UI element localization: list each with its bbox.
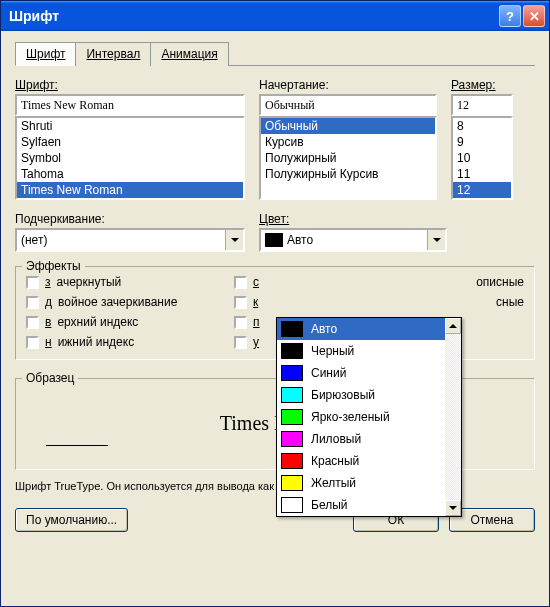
color-option[interactable]: Белый: [277, 494, 445, 516]
list-item[interactable]: Tahoma: [17, 166, 243, 182]
list-item[interactable]: Курсив: [261, 134, 435, 150]
color-swatch-icon: [281, 365, 303, 381]
sample-underline-icon: [46, 445, 108, 446]
effect-checkbox[interactable]: п: [234, 315, 260, 329]
color-option[interactable]: Ярко-зеленый: [277, 406, 445, 428]
titlebar: Шрифт ? ✕: [1, 1, 549, 31]
list-item[interactable]: 11: [453, 166, 511, 182]
checkbox-icon: [26, 276, 39, 289]
underline-value: (нет): [17, 230, 225, 250]
tab-strip: Шрифт Интервал Анимация: [15, 41, 535, 66]
size-label: Размер:: [451, 78, 513, 92]
checkbox-icon: [234, 276, 247, 289]
scroll-track[interactable]: [445, 334, 461, 500]
color-swatch-icon: [281, 343, 303, 359]
font-dialog-window: Шрифт ? ✕ Шрифт Интервал Анимация Шрифт:…: [0, 0, 550, 607]
color-label: Цвет:: [259, 212, 447, 226]
tab-interval[interactable]: Интервал: [75, 42, 151, 66]
color-option[interactable]: Черный: [277, 340, 445, 362]
effect-checkbox[interactable]: нижний индекс: [26, 335, 226, 349]
color-swatch-icon: [281, 475, 303, 491]
effect-checkbox[interactable]: у: [234, 335, 260, 349]
color-swatch-icon: [281, 387, 303, 403]
color-swatch-icon: [281, 321, 303, 337]
underline-label: Подчеркивание:: [15, 212, 245, 226]
underline-combo[interactable]: (нет): [15, 228, 245, 252]
list-item[interactable]: 12: [453, 182, 511, 198]
color-value: Авто: [261, 230, 427, 250]
color-dropdown-popup[interactable]: АвтоЧерныйСинийБирюзовыйЯрко-зеленыйЛило…: [276, 317, 462, 517]
list-item[interactable]: Полужирный: [261, 150, 435, 166]
color-combo[interactable]: Авто: [259, 228, 447, 252]
checkbox-icon: [26, 316, 39, 329]
tab-animation[interactable]: Анимация: [150, 42, 228, 66]
checkbox-icon: [234, 336, 247, 349]
style-input[interactable]: [259, 94, 437, 116]
font-input[interactable]: [15, 94, 245, 116]
window-title: Шрифт: [9, 8, 499, 24]
color-swatch-icon: [281, 431, 303, 447]
scroll-down-icon[interactable]: [445, 500, 461, 516]
style-label: Начертание:: [259, 78, 437, 92]
chevron-down-icon[interactable]: [225, 230, 243, 250]
font-label: Шрифт:: [15, 78, 245, 92]
color-swatch-icon: [265, 233, 283, 247]
default-button[interactable]: По умолчанию...: [15, 508, 128, 532]
list-item[interactable]: 10: [453, 150, 511, 166]
checkbox-icon: [234, 316, 247, 329]
checkbox-icon: [234, 296, 247, 309]
list-item[interactable]: Times New Roman: [17, 182, 243, 198]
color-option-label: Лиловый: [311, 432, 361, 446]
color-option-label: Ярко-зеленый: [311, 410, 390, 424]
color-swatch-icon: [281, 453, 303, 469]
color-option[interactable]: Желтый: [277, 472, 445, 494]
color-option-label: Желтый: [311, 476, 356, 490]
color-option[interactable]: Лиловый: [277, 428, 445, 450]
size-listbox[interactable]: 89101112: [451, 116, 513, 200]
sample-title: Образец: [22, 371, 78, 385]
color-swatch-icon: [281, 409, 303, 425]
color-option[interactable]: Бирюзовый: [277, 384, 445, 406]
color-option-label: Белый: [311, 498, 347, 512]
effect-partial-label: сные: [496, 295, 524, 309]
font-listbox[interactable]: ShrutiSylfaenSymbolTahomaTimes New Roman: [15, 116, 245, 200]
list-item[interactable]: Symbol: [17, 150, 243, 166]
effect-checkbox[interactable]: двойное зачеркивание: [26, 295, 226, 309]
checkbox-icon: [26, 296, 39, 309]
close-button[interactable]: ✕: [523, 5, 545, 27]
effect-partial-label: описные: [476, 275, 524, 289]
color-option[interactable]: Красный: [277, 450, 445, 472]
list-item[interactable]: 8: [453, 118, 511, 134]
effect-checkbox[interactable]: зачеркнутый: [26, 275, 226, 289]
list-item[interactable]: Обычный: [261, 118, 435, 134]
effect-checkbox[interactable]: к: [234, 295, 260, 309]
color-option-label: Авто: [311, 322, 337, 336]
color-option-label: Синий: [311, 366, 346, 380]
scroll-up-icon[interactable]: [445, 318, 461, 334]
list-item[interactable]: Shruti: [17, 118, 243, 134]
size-input[interactable]: [451, 94, 513, 116]
list-item[interactable]: 9: [453, 134, 511, 150]
help-button[interactable]: ?: [499, 5, 521, 27]
dropdown-scrollbar[interactable]: [445, 318, 461, 516]
color-option[interactable]: Синий: [277, 362, 445, 384]
color-option-label: Бирюзовый: [311, 388, 375, 402]
tab-font[interactable]: Шрифт: [15, 42, 76, 66]
effect-checkbox[interactable]: с: [234, 275, 260, 289]
color-swatch-icon: [281, 497, 303, 513]
style-listbox[interactable]: ОбычныйКурсивПолужирныйПолужирный Курсив: [259, 116, 437, 200]
checkbox-icon: [26, 336, 39, 349]
color-option-label: Красный: [311, 454, 359, 468]
color-option-label: Черный: [311, 344, 354, 358]
effects-title: Эффекты: [22, 259, 85, 273]
chevron-down-icon[interactable]: [427, 230, 445, 250]
effect-checkbox[interactable]: верхний индекс: [26, 315, 226, 329]
color-option[interactable]: Авто: [277, 318, 445, 340]
list-item[interactable]: Полужирный Курсив: [261, 166, 435, 182]
list-item[interactable]: Sylfaen: [17, 134, 243, 150]
